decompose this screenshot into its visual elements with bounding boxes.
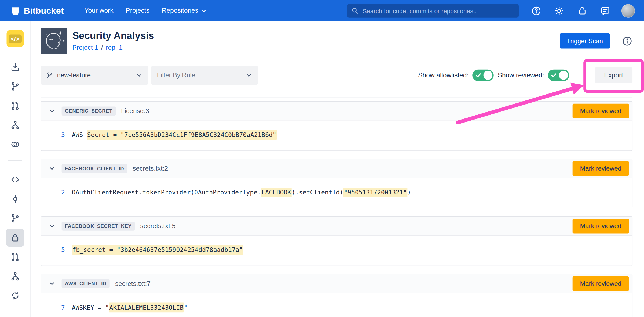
search-icon xyxy=(351,7,359,15)
user-avatar[interactable] xyxy=(621,4,635,18)
info-icon[interactable] xyxy=(622,35,632,46)
finding-header: GENERIC_SECRET License:3 Mark reviewed xyxy=(41,102,632,120)
global-search[interactable] xyxy=(347,4,519,18)
breadcrumb-repo-link[interactable]: rep_1 xyxy=(106,44,123,51)
search-input[interactable] xyxy=(362,7,514,15)
repo-avatar[interactable]: </> xyxy=(6,30,24,47)
sidebar-item-commits[interactable] xyxy=(6,190,24,208)
breadcrumb-project-link[interactable]: Project 1 xyxy=(72,44,98,51)
download-icon xyxy=(10,62,20,72)
app-window: Bitbucket Your work Projects Repositorie… xyxy=(0,0,644,317)
feedback-icon[interactable] xyxy=(600,6,610,16)
sidebar-item-pipelines[interactable] xyxy=(6,116,24,134)
page-header: Security Analysis Project 1/rep_1 Trigge… xyxy=(41,28,633,54)
page-title: Security Analysis xyxy=(72,30,154,42)
rule-badge: FACEBOOK_CLIENT_ID xyxy=(62,164,127,173)
rule-badge: GENERIC_SECRET xyxy=(62,106,116,116)
line-number: 3 xyxy=(41,130,65,139)
expand-chevron-icon[interactable] xyxy=(49,280,56,287)
branch-filter-select[interactable]: new-feature xyxy=(41,66,148,85)
sidebar-item-deployments[interactable] xyxy=(6,135,24,153)
mark-reviewed-button[interactable]: Mark reviewed xyxy=(573,219,629,233)
sidebar-item-sync[interactable] xyxy=(6,287,24,305)
code-icon xyxy=(10,175,20,185)
app-body: </> xyxy=(0,21,644,317)
main-content: Security Analysis Project 1/rep_1 Trigge… xyxy=(31,21,644,317)
expand-chevron-icon[interactable] xyxy=(49,107,56,114)
rule-filter-select[interactable]: Filter By Rule xyxy=(151,66,258,85)
finding-card: AWS_CLIENT_ID secrets.txt:7 Mark reviewe… xyxy=(41,274,633,317)
sidebar-item-forks[interactable] xyxy=(6,267,24,285)
finding-body: 2 OAuthClientRequest.tokenProvider(OAuth… xyxy=(41,178,632,208)
trigger-scan-button[interactable]: Trigger Scan xyxy=(560,33,610,49)
help-icon[interactable] xyxy=(531,6,541,16)
code-line: 3 AWS Secret = "7ce556A3bD234Cc1Ff9E8A5C… xyxy=(41,130,632,139)
code-text: OAuthClientRequest.tokenProvider(OAuthPr… xyxy=(72,188,411,197)
finding-body: 3 AWS Secret = "7ce556A3bD234Cc1Ff9E8A5C… xyxy=(41,120,632,150)
sidebar-divider xyxy=(8,160,22,161)
finding-location: secrets.txt:7 xyxy=(115,280,151,287)
mark-reviewed-button[interactable]: Mark reviewed xyxy=(573,276,629,291)
code-text: AWS Secret = "7ce556A3bD234Cc1Ff9E8A5C32… xyxy=(72,130,277,139)
toggle-knob xyxy=(559,71,568,80)
mark-reviewed-button[interactable]: Mark reviewed xyxy=(573,103,629,118)
primary-nav: Your work Projects Repositories xyxy=(85,7,207,15)
header-actions: Trigger Scan xyxy=(560,28,632,49)
rule-filter-placeholder: Filter By Rule xyxy=(157,71,246,79)
fork-icon xyxy=(10,271,20,281)
chevron-down-icon xyxy=(201,8,207,14)
breadcrumb: Project 1/rep_1 xyxy=(72,44,154,52)
toggle-knob xyxy=(483,71,492,80)
finding-body: 5 fb_secret = "3b2e464637e5159024254dd78… xyxy=(41,236,632,266)
expand-chevron-icon[interactable] xyxy=(49,222,56,229)
top-navbar: Bitbucket Your work Projects Repositorie… xyxy=(0,0,644,21)
findings-list: GENERIC_SECRET License:3 Mark reviewed 3… xyxy=(41,101,633,317)
settings-gear-icon[interactable] xyxy=(554,6,564,16)
code-text: AWSKEY = "AKIALALEMEL33243OLIB" xyxy=(72,303,188,312)
branch-selected-value: new-feature xyxy=(57,71,136,79)
code-text: fb_secret = "3b2e464637e5159024254dd78aa… xyxy=(72,246,243,255)
sidebar-item-security[interactable] xyxy=(6,229,24,247)
nav-link-projects[interactable]: Projects xyxy=(126,7,149,15)
finding-card: GENERIC_SECRET License:3 Mark reviewed 3… xyxy=(41,101,633,151)
nav-link-repositories[interactable]: Repositories xyxy=(162,7,207,15)
check-icon xyxy=(551,73,557,78)
brand-text: Bitbucket xyxy=(24,6,64,16)
lock-icon[interactable] xyxy=(577,6,587,16)
repo-sidebar: </> xyxy=(0,21,31,317)
deployments-icon xyxy=(10,139,20,149)
project-avatar-image xyxy=(41,28,67,54)
sidebar-item-branches-2[interactable] xyxy=(6,209,24,227)
branch-icon xyxy=(46,72,53,79)
sidebar-item-pull-requests-2[interactable] xyxy=(6,248,24,266)
finding-location: secrets.txt:2 xyxy=(133,165,168,172)
sidebar-item-pull-requests[interactable] xyxy=(6,97,24,115)
commit-icon xyxy=(10,194,20,204)
finding-card: FACEBOOK_CLIENT_ID secrets.txt:2 Mark re… xyxy=(41,159,633,208)
sidebar-item-clone[interactable] xyxy=(6,58,24,76)
expand-chevron-icon[interactable] xyxy=(49,165,56,172)
sidebar-item-branches[interactable] xyxy=(6,77,24,95)
show-allowlisted-label: Show allowlisted: xyxy=(418,71,469,79)
project-avatar xyxy=(41,28,67,54)
export-button[interactable]: Export xyxy=(595,67,632,83)
chevron-down-icon xyxy=(246,72,252,78)
bitbucket-logo[interactable]: Bitbucket xyxy=(11,6,64,16)
chevron-down-icon xyxy=(136,72,142,78)
finding-location: secrets.txt:5 xyxy=(140,222,175,230)
finding-header: AWS_CLIENT_ID secrets.txt:7 Mark reviewe… xyxy=(41,274,632,293)
lock-icon xyxy=(10,233,20,243)
rule-badge: FACEBOOK_SECRET_KEY xyxy=(62,221,135,230)
nav-link-your-work[interactable]: Your work xyxy=(85,7,114,15)
pull-request-icon xyxy=(10,101,20,111)
mark-reviewed-button[interactable]: Mark reviewed xyxy=(573,161,629,176)
list-divider xyxy=(41,98,633,98)
allowlisted-toggle[interactable] xyxy=(472,70,494,81)
sidebar-item-source[interactable] xyxy=(6,171,24,189)
show-reviewed-label: Show reviewed: xyxy=(498,71,544,79)
finding-location: License:3 xyxy=(121,107,149,115)
code-line: 5 fb_secret = "3b2e464637e5159024254dd78… xyxy=(41,246,632,255)
code-line: 7 AWSKEY = "AKIALALEMEL33243OLIB" xyxy=(41,303,632,312)
check-icon xyxy=(475,73,481,78)
reviewed-toggle[interactable] xyxy=(548,70,569,81)
